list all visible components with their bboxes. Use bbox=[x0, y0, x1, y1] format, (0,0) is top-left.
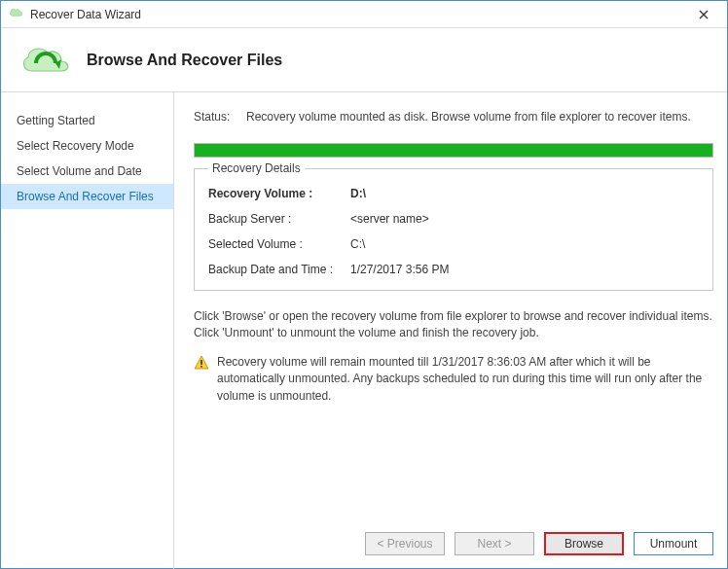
wizard-body: Getting Started Select Recovery Mode Sel… bbox=[1, 92, 727, 569]
window-title: Recover Data Wizard bbox=[30, 8, 686, 21]
status-row: Status: Recovery volume mounted as disk.… bbox=[194, 110, 713, 124]
detail-value: D:\ bbox=[350, 187, 366, 200]
titlebar: Recover Data Wizard bbox=[1, 1, 727, 28]
sidebar-item-getting-started[interactable]: Getting Started bbox=[1, 108, 173, 133]
detail-row-backup-server: Backup Server : <server name> bbox=[208, 212, 699, 226]
detail-row-selected-volume: Selected Volume : C:\ bbox=[208, 237, 699, 251]
sidebar-item-label: Select Recovery Mode bbox=[17, 139, 134, 153]
sidebar-item-label: Select Volume and Date bbox=[17, 164, 142, 178]
next-button: Next > bbox=[455, 532, 534, 555]
warning-text: Recovery volume will remain mounted till… bbox=[217, 354, 713, 405]
wizard-header: Browse And Recover Files bbox=[1, 28, 727, 92]
page-title: Browse And Recover Files bbox=[87, 52, 282, 69]
detail-value: <server name> bbox=[350, 212, 429, 226]
detail-label: Backup Date and Time : bbox=[208, 263, 350, 276]
detail-row-recovery-volume: Recovery Volume : D:\ bbox=[208, 187, 699, 200]
detail-label: Selected Volume : bbox=[208, 237, 350, 251]
warning-icon bbox=[194, 355, 209, 371]
detail-label: Backup Server : bbox=[208, 212, 350, 226]
recovery-details-legend: Recovery Details bbox=[208, 161, 305, 175]
progress-bar bbox=[194, 143, 713, 158]
svg-rect-1 bbox=[200, 366, 202, 368]
instructions-text: Click 'Browse' or open the recovery volu… bbox=[194, 308, 713, 342]
sidebar-item-select-recovery-mode[interactable]: Select Recovery Mode bbox=[1, 133, 173, 159]
app-cloud-icon bbox=[9, 7, 24, 22]
sidebar-item-label: Getting Started bbox=[17, 114, 95, 127]
sidebar-item-select-volume-date[interactable]: Select Volume and Date bbox=[1, 159, 173, 184]
previous-button: < Previous bbox=[365, 532, 445, 555]
status-text: Recovery volume mounted as disk. Browse … bbox=[246, 110, 691, 124]
browse-button[interactable]: Browse bbox=[544, 532, 624, 555]
detail-value: 1/27/2017 3:56 PM bbox=[350, 263, 449, 276]
cloud-recover-icon bbox=[18, 42, 71, 79]
status-label: Status: bbox=[194, 110, 237, 124]
detail-label: Recovery Volume : bbox=[208, 187, 350, 200]
wizard-sidebar: Getting Started Select Recovery Mode Sel… bbox=[1, 92, 174, 569]
detail-row-backup-datetime: Backup Date and Time : 1/27/2017 3:56 PM bbox=[208, 263, 699, 276]
unmount-button[interactable]: Unmount bbox=[634, 532, 713, 555]
detail-value: C:\ bbox=[350, 237, 365, 251]
recovery-details-group: Recovery Details Recovery Volume : D:\ B… bbox=[194, 161, 713, 291]
wizard-button-row: < Previous Next > Browse Unmount bbox=[365, 532, 713, 555]
close-icon bbox=[699, 10, 709, 19]
wizard-content: Status: Recovery volume mounted as disk.… bbox=[174, 92, 727, 569]
wizard-window: Recover Data Wizard Browse And Recover F… bbox=[0, 0, 728, 569]
sidebar-item-browse-recover[interactable]: Browse And Recover Files bbox=[1, 184, 173, 209]
close-button[interactable] bbox=[686, 4, 721, 25]
svg-rect-0 bbox=[200, 360, 202, 365]
sidebar-item-label: Browse And Recover Files bbox=[17, 190, 154, 203]
warning-row: Recovery volume will remain mounted till… bbox=[194, 354, 713, 405]
